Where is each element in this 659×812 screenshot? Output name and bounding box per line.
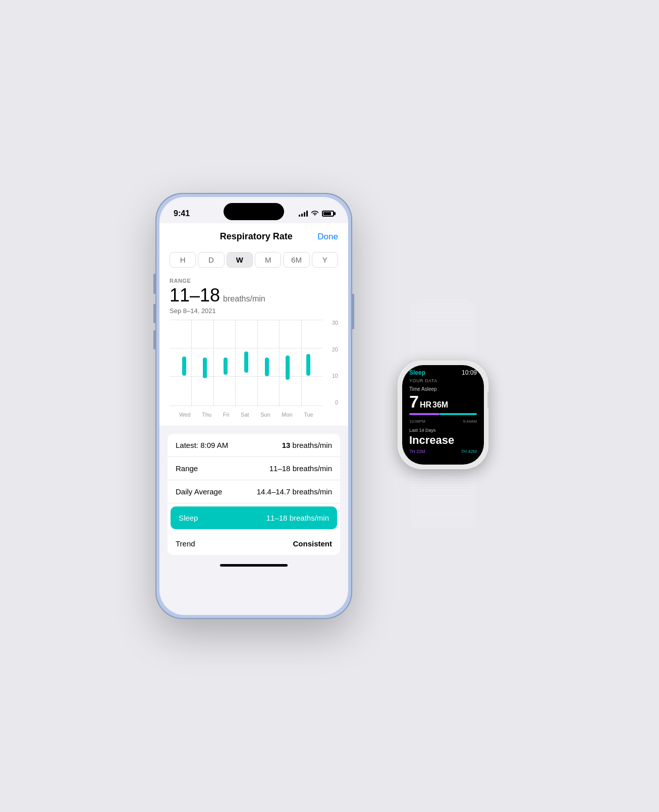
sleep-label: Sleep: [179, 514, 198, 522]
watch-time-asleep: 7 HR 36M: [402, 393, 484, 410]
range-value-container: 11–18 breaths/min: [170, 285, 338, 306]
bar-sun-fill: [265, 358, 269, 376]
sleep-value: 11–18 breaths/min: [266, 514, 329, 522]
watch-sub-val-cyan: 7H 42M: [461, 449, 477, 454]
sleep-start-label: 10:08PM: [409, 419, 425, 424]
tab-m[interactable]: M: [255, 252, 281, 268]
scene: 9:41: [155, 193, 504, 619]
y-label-30: 30: [332, 320, 338, 326]
period-tabs: H D W M 6M Y: [159, 248, 348, 272]
bar-fri-fill: [224, 358, 228, 375]
status-time: 9:41: [174, 209, 190, 218]
wifi-icon: [311, 210, 319, 218]
watch-app-name: Sleep: [409, 369, 425, 376]
sleep-end-label: 5:44AM: [463, 419, 477, 424]
y-label-10: 10: [332, 373, 338, 379]
bar-mon-fill: [286, 356, 290, 380]
trend-row: Trend Consistent: [168, 532, 340, 555]
dynamic-island: [224, 203, 284, 220]
bar-thu: [194, 320, 215, 405]
watch-progress-cyan: [440, 413, 477, 415]
bar-tue: [298, 320, 319, 405]
signal-icon: [299, 211, 308, 217]
watch-hours: 7: [409, 393, 419, 410]
range-unit: breaths/min: [223, 294, 265, 303]
sleep-row[interactable]: Sleep 11–18 breaths/min: [171, 506, 337, 529]
watch-crown: [487, 391, 488, 409]
date-range: Sep 8–14, 2021: [170, 307, 338, 320]
latest-label: Latest: 8:09 AM: [176, 441, 228, 449]
chart-bars: [170, 320, 323, 405]
latest-row: Latest: 8:09 AM 13 breaths/min: [168, 434, 340, 457]
watch-subtitle: YOUR DATA: [402, 378, 484, 383]
watch-last-label: Last 14 Days: [402, 425, 484, 434]
range-number: 11–18: [170, 285, 220, 306]
tab-6m[interactable]: 6M: [283, 252, 309, 268]
stats-section: RANGE 11–18 breaths/min Sep 8–14, 2021: [159, 272, 348, 320]
bar-sun: [257, 320, 278, 405]
chart-x-labels: Wed Thu Fri Sat Sun Mon Tue: [170, 412, 323, 418]
daily-avg-row: Daily Average 14.4–14.7 breaths/min: [168, 480, 340, 503]
volume-down-button: [153, 330, 155, 349]
watch-sub-values: 7H 22M 7H 42M: [402, 447, 484, 456]
iphone: 9:41: [155, 193, 352, 619]
range-row-label: Range: [176, 464, 198, 473]
x-label-sun: Sun: [260, 412, 270, 418]
daily-avg-value: 14.4–14.7 breaths/min: [257, 487, 332, 496]
done-button[interactable]: Done: [317, 232, 338, 242]
watch-band-bottom: [410, 469, 476, 530]
data-section: Latest: 8:09 AM 13 breaths/min Range 11–…: [168, 434, 340, 555]
bar-sat: [236, 320, 256, 405]
x-label-mon: Mon: [282, 412, 292, 418]
chart-container: 30 20 10 0: [159, 320, 348, 426]
watch-progress-bar: [409, 413, 477, 415]
x-label-sat: Sat: [241, 412, 249, 418]
bar-wed: [174, 320, 194, 405]
tab-h[interactable]: H: [170, 252, 196, 268]
y-label-20: 20: [332, 346, 338, 352]
bar-mon: [278, 320, 298, 405]
trend-value: Consistent: [293, 539, 332, 548]
watch-time: 10:09: [462, 369, 477, 376]
watch-time-range: 10:08PM 5:44AM: [402, 418, 484, 425]
tab-w[interactable]: W: [227, 252, 253, 268]
trend-label: Trend: [176, 539, 195, 548]
nav-bar: Respiratory Rate Done: [159, 223, 348, 248]
latest-value: 13 breaths/min: [282, 441, 332, 449]
x-label-fri: Fri: [223, 412, 230, 418]
watch-status-bar: Sleep 10:09: [402, 365, 484, 378]
battery-icon: [322, 211, 334, 217]
range-row-value: 11–18 breaths/min: [269, 464, 332, 473]
iphone-screen: 9:41: [159, 197, 348, 615]
tab-d[interactable]: D: [198, 252, 224, 268]
watch-screen: Sleep 10:09 YOUR DATA Time Asleep 7 HR 3…: [402, 365, 484, 465]
range-label: RANGE: [170, 278, 338, 284]
app-content[interactable]: Respiratory Rate Done H D W M 6M Y RANGE: [159, 223, 348, 573]
watch-trend-value: Increase: [402, 434, 484, 447]
chart-area: 30 20 10 0: [170, 320, 338, 421]
bar-sat-fill: [244, 351, 248, 373]
x-label-tue: Tue: [304, 412, 313, 418]
bar-wed-fill: [182, 357, 186, 375]
status-icons: [299, 210, 334, 218]
watch-min-label: 36M: [432, 400, 448, 410]
daily-avg-label: Daily Average: [176, 487, 222, 496]
watch-sub-val-purple: 7H 22M: [409, 449, 425, 454]
watch-band-top: [410, 300, 476, 361]
chart-y-labels: 30 20 10 0: [332, 320, 338, 405]
bar-thu-fill: [203, 358, 207, 378]
x-label-wed: Wed: [179, 412, 190, 418]
volume-up-button: [153, 304, 155, 323]
page-title: Respiratory Rate: [220, 231, 293, 242]
watch-body: Sleep 10:09 YOUR DATA Time Asleep 7 HR 3…: [398, 361, 488, 469]
bar-tue-fill: [306, 354, 310, 376]
tab-y[interactable]: Y: [312, 252, 338, 268]
range-row: Range 11–18 breaths/min: [168, 457, 340, 480]
watch-hr-label: HR: [420, 400, 431, 410]
watch-progress-purple: [409, 413, 440, 415]
home-indicator: [220, 564, 288, 567]
apple-watch: Sleep 10:09 YOUR DATA Time Asleep 7 HR 3…: [382, 300, 504, 552]
bar-fri: [215, 320, 236, 405]
y-label-0: 0: [335, 399, 338, 405]
x-label-thu: Thu: [202, 412, 211, 418]
